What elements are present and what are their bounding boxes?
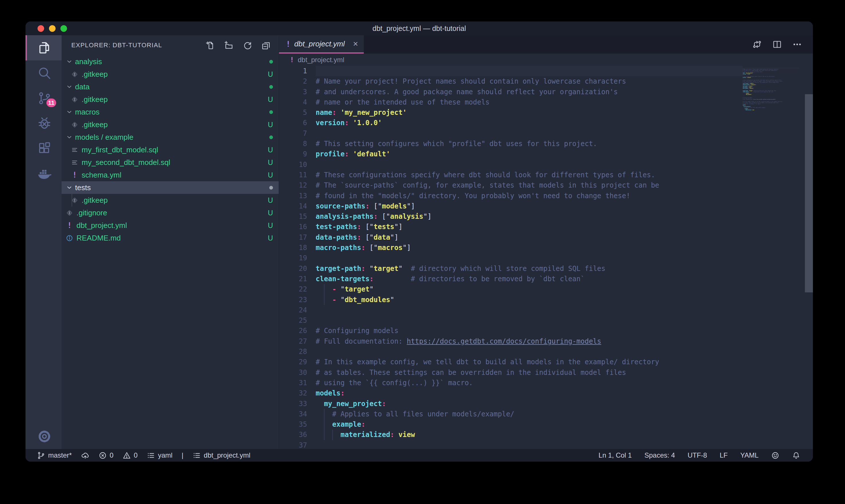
status-smiley[interactable] (771, 451, 779, 460)
vertical-scrollbar[interactable] (805, 94, 813, 292)
tree-item-label: models / example (75, 133, 133, 142)
chevron-down-icon (66, 184, 73, 191)
status-lf[interactable]: LF (720, 451, 727, 459)
tree-item--gitkeep[interactable]: .gitkeepU (61, 118, 279, 131)
code-line (316, 128, 743, 139)
status-label: 0 (110, 451, 113, 459)
chevron-down-icon (66, 133, 73, 141)
code-line: analysis-paths: ["analysis"] (316, 211, 743, 222)
activity-settings-gear-icon[interactable] (25, 424, 61, 449)
status-yaml[interactable]: YAML (740, 451, 758, 459)
code-line (316, 253, 743, 263)
status-label: dbt_project.yml (204, 451, 250, 459)
yaml-error-icon: ! (66, 222, 73, 229)
code-text[interactable]: # Name your project! Project names shoul… (316, 66, 743, 449)
code-line (316, 66, 743, 76)
open-changes-icon[interactable] (752, 39, 762, 49)
activity-bar: 11 (25, 35, 61, 449)
status-label: yaml (158, 451, 173, 459)
tree-item-label: dbt_project.yml (76, 221, 127, 230)
tree-item-analysis[interactable]: analysis (61, 55, 279, 68)
code-line (316, 440, 743, 449)
tree-item-dbt-project-yml[interactable]: !dbt_project.ymlU (61, 219, 279, 232)
title-bar: dbt_project.yml — dbt-tutorial (25, 21, 813, 35)
status-warning[interactable]: 0 (123, 451, 138, 460)
code-area[interactable]: 1234567891011121314151617181920212223242… (279, 66, 813, 449)
status-list[interactable]: yaml (147, 451, 173, 460)
close-tab-icon[interactable]: × (353, 39, 358, 48)
tree-item-models-example[interactable]: models / example (61, 131, 279, 143)
folder-modified-dot (269, 85, 273, 89)
tree-item-label: schema.yml (82, 171, 122, 180)
activity-files-icon[interactable] (25, 35, 61, 60)
code-line: # This setting configures which "profile… (316, 139, 743, 149)
status-spaces-4[interactable]: Spaces: 4 (645, 451, 675, 459)
git-untracked-badge: U (268, 171, 273, 179)
tree-item-my-second-dbt-model-sql[interactable]: my_second_dbt_model.sqlU (61, 156, 279, 169)
file-tree: analysis.gitkeepUdata.gitkeepUmacros.git… (61, 55, 279, 449)
status-ln-1-col-1[interactable]: Ln 1, Col 1 (599, 451, 632, 459)
tree-item--gitkeep[interactable]: .gitkeepU (61, 93, 279, 106)
yaml-error-icon: ! (286, 39, 290, 48)
tab-dbt-project-yml[interactable]: ! dbt_project.yml × (279, 35, 364, 54)
ellipsis-icon[interactable] (792, 39, 802, 49)
collapse-all-icon[interactable] (261, 41, 271, 50)
tree-item-my-first-dbt-model-sql[interactable]: my_first_dbt_model.sqlU (61, 143, 279, 156)
status-error[interactable]: 0 (98, 451, 113, 460)
tree-item-readme-md[interactable]: README.mdU (61, 232, 279, 244)
status-cloud-upload[interactable] (81, 451, 89, 460)
code-line: # name or the intended use of these mode… (316, 97, 743, 107)
code-line: # Name your project! Project names shoul… (316, 76, 743, 87)
status--: | (182, 451, 183, 459)
git-icon (66, 209, 73, 217)
breadcrumb[interactable]: ! dbt_project.yml (279, 54, 813, 66)
tree-item--gitkeep[interactable]: .gitkeepU (61, 68, 279, 80)
folder-modified-dot (269, 136, 273, 139)
sql-file-icon (71, 146, 78, 154)
tree-item-schema-yml[interactable]: !schema.ymlU (61, 169, 279, 181)
tree-item-label: tests (75, 183, 91, 192)
status-label: | (182, 451, 183, 459)
refresh-icon[interactable] (242, 41, 252, 50)
minimap[interactable]: # Name your project! Project names shoul… (743, 68, 799, 449)
zoom-button[interactable] (60, 25, 67, 32)
code-line: data-paths: ["data"] (316, 232, 743, 242)
activity-source-control-icon[interactable]: 11 (25, 86, 61, 111)
activity-docker-icon[interactable] (25, 161, 61, 186)
tree-item-data[interactable]: data (61, 80, 279, 93)
code-line: - "dbt_modules" (316, 295, 743, 305)
status-list[interactable]: dbt_project.yml (193, 451, 250, 460)
breadcrumb-item-file[interactable]: dbt_project.yml (298, 56, 344, 64)
indent-guide (324, 419, 325, 430)
code-line: # Configuring models (316, 326, 743, 336)
tree-item-label: data (75, 83, 90, 91)
tree-item-tests[interactable]: tests (61, 181, 279, 194)
tree-indent-guide (72, 194, 72, 206)
status-utf-8[interactable]: UTF-8 (687, 451, 707, 459)
tree-item--gitkeep[interactable]: .gitkeepU (61, 194, 279, 206)
traffic-lights (37, 21, 67, 35)
activity-run-debug-icon[interactable] (25, 111, 61, 136)
indent-guide (332, 430, 333, 440)
git-untracked-badge: U (268, 209, 273, 217)
new-file-icon[interactable] (205, 41, 215, 50)
git-untracked-badge: U (268, 70, 273, 78)
code-line: clean-targets: # directories to be remov… (316, 274, 743, 284)
code-line: materialized: view (316, 430, 743, 440)
folder-modified-dot (269, 186, 273, 190)
activity-extensions-icon[interactable] (25, 136, 61, 161)
activity-search-icon[interactable] (25, 60, 61, 86)
split-editor-icon[interactable] (772, 39, 782, 49)
status-bell[interactable] (792, 451, 800, 460)
status-git-branch[interactable]: master* (37, 451, 72, 460)
new-folder-icon[interactable] (224, 41, 233, 50)
warning-icon (123, 451, 131, 460)
git-untracked-badge: U (268, 221, 273, 230)
close-button[interactable] (37, 25, 44, 32)
yaml-error-icon: ! (71, 171, 78, 179)
git-icon (71, 70, 78, 78)
tree-item-label: my_first_dbt_model.sql (82, 145, 158, 154)
tree-item-macros[interactable]: macros (61, 106, 279, 118)
minimize-button[interactable] (49, 25, 56, 32)
tree-item--gitignore[interactable]: .gitignoreU (61, 206, 279, 219)
